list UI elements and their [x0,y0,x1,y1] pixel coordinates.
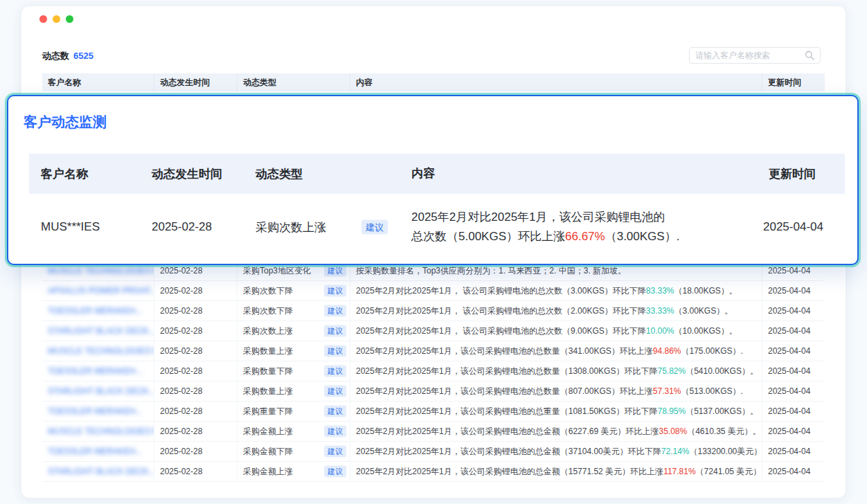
overlay-column-event-type: 动态类型 [256,166,303,182]
event-type-label: 采购金额上涨 [243,466,293,478]
table-row[interactable]: TOESSLER MERAKEH...2025-02-28采购金额下降建议202… [42,442,825,462]
overlay-header-row: 客户名称 动态发生时间 动态类型 内容 更新时间 [29,154,845,194]
update-time-cell: 2025-04-04 [762,301,825,321]
table-row[interactable]: STARLIGHT BLACK DECK...2025-02-28采购数量上涨建… [42,381,825,402]
content-text-post: （18.00KGS）。 [674,285,737,297]
search-input[interactable] [695,51,805,60]
suggestion-badge: 建议 [324,285,346,297]
column-header-event-type: 动态类型 [238,73,350,91]
table-row[interactable]: MUSCLE TECHNOLOGIES P...2025-02-28采购金额上涨… [42,422,825,442]
content-cell: 2025年2月对比2025年1月，该公司采购锂电池的总重量（1081.50KGS… [350,402,762,421]
content-line2-pre: 总次数（5.00KGS）环比上涨 [411,230,565,243]
table-row[interactable]: STARLIGHT BLACK DECK...2025-02-28采购金额上涨建… [42,462,825,482]
content-text: 2025年2月对比2025年1月，该公司采购锂电池的总金额（6227.69 美元… [356,426,659,438]
customer-name-cell: TOESSLER MERAKEH... [42,402,154,421]
event-type-label: 采购次数下降 [243,305,293,317]
content-text-post: （513.00KGS）. [681,386,743,397]
suggestion-badge: 建议 [324,345,346,357]
customer-name-blurred: TOESSLER MERAKEH... [48,306,142,316]
event-type-cell: 采购重量下降建议 [238,402,350,421]
event-type-label: 采购金额下降 [243,446,293,458]
content-text-post: （10.00KGS）。 [674,325,737,337]
update-time-cell: 2025-04-04 [763,220,823,234]
customer-dynamics-monitor-card: 客户动态监测 客户名称 动态发生时间 动态类型 内容 更新时间 MUS***IE… [7,95,859,265]
event-type-cell: 采购数量上涨建议 [238,341,350,361]
search-icon[interactable] [805,51,814,60]
overlay-column-update-time: 更新时间 [769,166,816,182]
customer-name-blurred: STARLIGHT BLACK DECK... [48,386,154,396]
content-cell: 2025年2月对比2025年1月， 该公司采购锂电池的总次数（2.00KGS）环… [350,301,762,321]
percentage-value: 72.14% [661,447,690,456]
update-time-cell: 2025-04-04 [762,281,825,300]
customer-name-cell: APSALUS POWER PRIVAT... [42,281,154,300]
suggestion-badge: 建议 [324,446,346,458]
content-text-post: （3.00KGS）。 [674,305,733,317]
overlay-column-event-time: 动态发生时间 [152,166,222,182]
dynamics-table: 客户名称 动态发生时间 动态类型 内容 更新时间 MUSCLE TECHNOLO… [42,73,825,91]
event-type-label: 采购次数下降 [243,285,293,297]
percentage-value: 35.08% [659,426,687,436]
content-text: 2025年2月对比2025年1月， 该公司采购锂电池的总次数（9.00KGS）环… [356,325,646,337]
content-text: 2025年2月对比2025年1月，该公司采购锂电池的总金额（15771.52 美… [356,466,663,478]
event-time-cell: 2025-02-28 [154,402,238,421]
customer-name-cell: TOESSLER MERAKEH... [42,442,154,461]
event-time-cell: 2025-02-28 [154,301,238,321]
content-cell: 2025年2月对比2025年1月，该公司采购锂电池的总数量（807.00KGS）… [350,381,762,401]
content-cell: 2025年2月对比2025年1月，该公司采购锂电池的总金额（37104.00美元… [350,442,762,461]
content-cell: 2025年2月对比2025年1月， 该公司采购锂电池的总次数（3.00KGS）环… [350,281,762,300]
table-row[interactable]: TOESSLER MERAKEH...2025-02-28采购数量下降建议202… [42,361,825,381]
content-cell: 2025年2月对比2025年1月，该公司采购锂电池的 总次数（5.00KGS）环… [411,208,799,246]
content-text: 2025年2月对比2025年1月，该公司采购锂电池的总数量（1308.00KGS… [356,366,657,377]
customer-name-cell: TOESSLER MERAKEH... [42,301,154,321]
column-header-content: 内容 [350,73,762,91]
content-text-post: （133200.00美元）。 [690,446,763,458]
content-text-post: （5410.00KGS）。 [686,366,758,377]
suggestion-badge: 建议 [324,305,346,317]
event-time-cell: 2025-02-28 [154,321,238,341]
event-type-cell: 采购次数上涨 [256,219,326,235]
overlay-column-customer-name: 客户名称 [41,166,88,182]
content-cell: 2025年2月对比2025年1月，该公司采购锂电池的总数量（1308.00KGS… [350,361,762,381]
update-time-cell: 2025-04-04 [762,321,825,341]
table-row[interactable]: MUSCLE TECHNOLOGIES P...2025-02-28采购数量上涨… [42,341,825,361]
event-time-cell: 2025-02-28 [152,220,212,234]
customer-name-blurred: MUSCLE TECHNOLOGIES P... [48,346,154,356]
content-cell: 2025年2月对比2025年1月，该公司采购锂电池的总数量（341.00KGS）… [350,341,762,361]
minimize-window-button[interactable] [53,15,60,23]
customer-name-cell: STARLIGHT BLACK DECK... [42,381,154,401]
percentage-value: 78.95% [657,406,686,416]
content-cell: 2025年2月对比2025年1月，该公司采购锂电池的总金额（15771.52 美… [350,462,762,481]
zoom-window-button[interactable] [66,15,73,23]
event-type-label: 采购金额上涨 [243,426,293,438]
update-time-cell: 2025-04-04 [762,422,825,441]
customer-name-blurred: TOESSLER MERAKEH... [48,447,142,456]
event-type-label: 采购数量上涨 [243,386,293,397]
column-header-update-time: 更新时间 [762,73,825,91]
event-type-cell: 采购次数上涨建议 [238,321,350,341]
table-header-row: 客户名称 动态发生时间 动态类型 内容 更新时间 [42,73,825,91]
event-type-cell: 采购数量上涨建议 [238,381,350,401]
update-time-cell: 2025-04-04 [762,341,825,361]
event-type-cell: 采购次数下降建议 [238,281,350,300]
event-type-label: 采购重量下降 [243,406,293,417]
event-time-cell: 2025-02-28 [154,381,238,401]
customer-name-blurred: APSALUS POWER PRIVAT... [48,286,154,296]
table-row[interactable]: TOESSLER MERAKEH...2025-02-28采购次数下降建议202… [42,301,825,321]
table-row[interactable]: MUS***IES 2025-02-28 采购次数上涨 建议 2025年2月对比… [29,194,845,260]
event-type-cell: 采购金额上涨建议 [238,462,350,481]
customer-name-cell: TOESSLER MERAKEH... [42,361,154,381]
table-row[interactable]: TOESSLER MERAKEH...2025-02-28采购重量下降建议202… [42,402,825,422]
percentage-value: 83.33% [646,286,674,296]
close-window-button[interactable] [39,15,47,23]
customer-name-blurred: MUSCLE TECHNOLOGIES P... [48,426,154,436]
table-row[interactable]: APSALUS POWER PRIVAT...2025-02-28采购次数下降建… [42,281,825,301]
window-controls [39,15,73,23]
percentage-value: 33.33% [646,306,674,316]
content-text-post: （175.00KGS）. [681,345,743,357]
table-row[interactable]: STARLIGHT BLACK DECK...2025-02-28采购次数上涨建… [42,321,825,341]
percentage-value: 57.31% [653,386,681,396]
suggestion-badge: 建议 [324,466,346,478]
count-value: 6525 [73,51,93,61]
event-time-cell: 2025-02-28 [154,442,238,461]
event-type-cell: 采购数量下降建议 [238,361,350,381]
